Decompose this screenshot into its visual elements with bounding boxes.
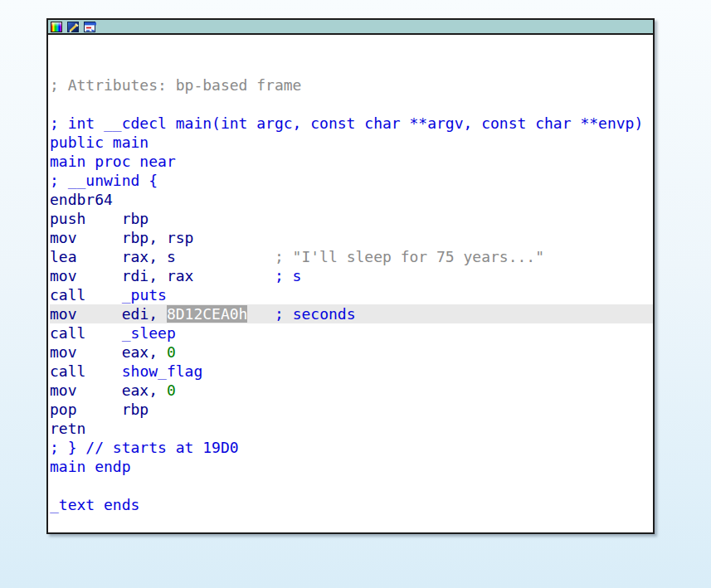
code-segment: mov eax, <box>50 381 167 399</box>
code-segment: show_flag <box>122 362 203 380</box>
code-segment: _sleep <box>122 324 176 342</box>
code-line-highlighted[interactable]: mov edi, 8D12CEA0h ; seconds <box>50 304 653 323</box>
code-line[interactable]: call _sleep <box>50 323 653 343</box>
code-segment: ; seconds <box>275 305 356 323</box>
code-segment: public main <box>50 134 149 151</box>
code-segment: edi, <box>122 305 167 323</box>
code-segment <box>193 267 275 284</box>
code-line[interactable] <box>50 476 653 495</box>
desktop: { "window": { "titlebar": { "bg_color": … <box>0 0 711 588</box>
code-line[interactable]: mov eax, 0 <box>50 343 653 362</box>
code-segment: 0 <box>167 343 176 361</box>
code-segment: push rbp <box>50 210 149 227</box>
palette-icon[interactable] <box>51 22 62 32</box>
code-segment: retn <box>50 420 85 437</box>
code-segment: ; s <box>275 267 302 284</box>
code-segment: call <box>50 286 122 304</box>
code-segment: mov eax, <box>50 343 167 361</box>
code-line[interactable]: main proc near <box>50 152 653 171</box>
window-titlebar[interactable] <box>48 20 653 35</box>
code-segment: ; Attributes: bp-based frame <box>50 76 301 94</box>
code-line[interactable]: lea rax, s ; "I'll sleep for 75 years...… <box>50 247 653 266</box>
code-line[interactable] <box>50 56 653 75</box>
edit-pencil-icon[interactable] <box>67 22 79 32</box>
code-segment: ; } // starts at 19D0 <box>50 439 239 456</box>
code-segment: ; __unwind { <box>50 172 158 189</box>
code-line[interactable]: mov eax, 0 <box>50 381 653 400</box>
code-line[interactable]: pop rbp <box>50 400 653 419</box>
selected-token[interactable]: 8D12CEA0h <box>167 305 248 323</box>
code-segment <box>176 248 275 265</box>
code-segment: mov rdi, rax <box>50 267 193 284</box>
code-line[interactable]: ; int __cdecl main(int argc, const char … <box>50 114 653 133</box>
code-area[interactable]: ; Attributes: bp-based frame; int __cdec… <box>48 35 653 514</box>
code-segment: ; "I'll sleep for 75 years..." <box>275 248 544 265</box>
code-line[interactable]: ; } // starts at 19D0 <box>50 438 653 457</box>
code-segment: _puts <box>122 286 167 304</box>
code-line[interactable] <box>50 37 653 56</box>
code-segment: 0 <box>167 381 176 399</box>
disassembly-window: ; Attributes: bp-based frame; int __cdec… <box>46 18 655 534</box>
window-note-icon[interactable] <box>84 22 95 32</box>
code-segment: mov <box>50 305 122 323</box>
code-segment: mov rbp, rsp <box>50 229 193 246</box>
code-segment: main endp <box>50 458 131 475</box>
code-line[interactable]: ; __unwind { <box>50 171 653 190</box>
code-segment: call <box>50 362 122 380</box>
code-line[interactable]: public main <box>50 133 653 152</box>
code-line[interactable]: retn <box>50 419 653 438</box>
code-line[interactable]: endbr64 <box>50 190 653 209</box>
code-line[interactable]: main endp <box>50 457 653 476</box>
code-segment: _text ends <box>50 496 139 513</box>
code-segment <box>247 305 275 323</box>
code-segment: call <box>50 324 122 342</box>
code-line[interactable]: call _puts <box>50 285 653 304</box>
code-line[interactable] <box>50 95 653 114</box>
code-line[interactable]: mov rdi, rax ; s <box>50 266 653 285</box>
code-line[interactable]: mov rbp, rsp <box>50 228 653 247</box>
code-segment: main proc near <box>50 153 176 170</box>
code-segment: endbr64 <box>50 191 113 208</box>
code-segment: lea rax, s <box>50 248 176 265</box>
code-line[interactable]: push rbp <box>50 209 653 228</box>
code-line[interactable]: ; Attributes: bp-based frame <box>50 75 653 95</box>
code-segment: pop rbp <box>50 401 149 418</box>
code-segment: ; int __cdecl main(int argc, const char … <box>50 114 643 132</box>
code-line[interactable]: call show_flag <box>50 362 653 381</box>
code-line[interactable]: _text ends <box>50 495 653 514</box>
